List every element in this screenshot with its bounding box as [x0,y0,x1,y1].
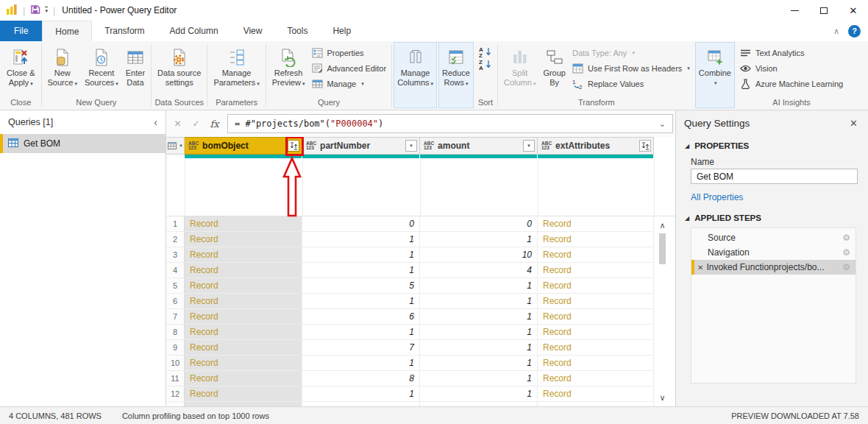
cell-partNumber[interactable]: 1 [302,263,420,278]
refresh-preview-button[interactable]: Refresh Preview▾ [269,43,308,96]
tab-home[interactable]: Home [42,21,92,41]
cell-extAttributes[interactable]: Record [538,356,654,371]
formula-cancel-icon[interactable]: ✕ [168,119,187,129]
select-all-corner-button[interactable]: ▾ [166,137,185,155]
cell-extAttributes[interactable]: Record [538,263,654,278]
group-by-button[interactable]: Group By [540,43,569,96]
manage-parameters-button[interactable]: Manage Parameters▾ [210,43,262,96]
row-number[interactable]: 6 [166,294,185,309]
row-number[interactable]: 7 [166,309,185,325]
cell-bomObject[interactable]: Record [185,232,302,247]
collapse-ribbon-icon[interactable]: ∧ [833,26,839,36]
row-number[interactable]: 11 [166,371,185,386]
filter-dropdown-icon[interactable]: ▾ [523,140,535,152]
row-number[interactable]: 10 [166,356,185,371]
properties-button[interactable]: Properties [309,45,388,60]
use-first-row-as-headers-button[interactable]: Use First Row as Headers ▾ [570,60,692,76]
all-properties-link[interactable]: All Properties [691,192,858,202]
cell-amount[interactable]: 1 [420,278,538,294]
row-number[interactable]: 8 [166,325,185,340]
data-source-settings-button[interactable]: Data source settings [154,43,204,96]
cell-partNumber[interactable]: 0 [302,216,420,232]
cell-bomObject[interactable]: Record [185,278,302,294]
new-source-button[interactable]: New Source▾ [45,43,80,96]
gear-icon[interactable]: ⚙ [842,262,850,272]
tab-help[interactable]: Help [320,21,363,41]
cell-extAttributes[interactable]: Record [538,386,654,402]
cell-amount[interactable]: 1 [420,386,538,402]
cell-bomObject[interactable]: Record [185,247,302,263]
cell-partNumber[interactable]: 1 [302,294,420,309]
applied-step[interactable]: Source⚙ [691,230,855,245]
column-header-amount[interactable]: ABC123amount▾ [420,137,538,155]
cell-extAttributes[interactable]: Record [538,216,654,232]
formula-accept-icon[interactable]: ✓ [187,119,205,129]
collapse-panel-icon[interactable]: ‹ [154,116,157,128]
help-button[interactable]: ? [848,25,861,38]
cell-amount[interactable]: 1 [420,309,538,325]
reduce-rows-button[interactable]: Reduce Rows▾ [439,43,473,107]
cell-amount[interactable]: 1 [420,232,538,247]
cell-amount[interactable]: 1 [420,340,538,356]
cell-extAttributes[interactable]: Record [538,340,654,356]
applied-steps-section-header[interactable]: ◢ APPLIED STEPS [685,213,858,222]
filter-dropdown-icon[interactable]: ▾ [405,140,417,152]
maximize-button[interactable] [809,0,839,21]
vertical-scrollbar[interactable]: ∧ ∨ [656,219,669,403]
sort-descending-button[interactable]: ZA [477,57,494,70]
cell-partNumber[interactable]: 1 [302,386,420,402]
cell-bomObject[interactable]: Record [185,325,302,340]
replace-values-button[interactable]: 12 Replace Values [570,76,692,91]
cell-extAttributes[interactable]: Record [538,294,654,309]
row-number[interactable]: 3 [166,247,185,263]
tab-view[interactable]: View [231,21,275,41]
row-number[interactable]: 9 [166,340,185,356]
advanced-editor-button[interactable]: Advanced Editor [309,60,388,76]
column-header-bomObject[interactable]: ABC123bomObject [185,137,302,155]
applied-step[interactable]: ✕Invoked Functionprojects/bo...⚙ [691,260,855,275]
cell-amount[interactable]: 1 [420,356,538,371]
formula-expand-icon[interactable]: ⌄ [659,119,666,129]
cell-bomObject[interactable]: Record [185,294,302,309]
scroll-up-icon[interactable]: ∧ [659,219,665,231]
manage-button[interactable]: Manage ▾ [309,76,388,91]
tab-transform[interactable]: Transform [92,21,157,41]
gear-icon[interactable]: ⚙ [842,247,850,258]
minimize-button[interactable] [780,0,809,21]
cell-amount[interactable]: 1 [420,325,538,340]
row-number[interactable]: 4 [166,263,185,278]
close-panel-icon[interactable]: ✕ [850,118,858,129]
query-name-input[interactable]: Get BOM [691,169,858,184]
cell-extAttributes[interactable]: Record [538,232,654,247]
cell-bomObject[interactable]: Record [185,386,302,402]
gear-icon[interactable]: ⚙ [842,233,850,243]
cell-partNumber[interactable]: 1 [302,325,420,340]
text-analytics-button[interactable]: Text Analytics [738,45,845,60]
cell-partNumber[interactable]: 8 [302,371,420,386]
cell-amount[interactable]: 1 [420,371,538,386]
vision-button[interactable]: Vision [738,60,845,76]
recent-sources-button[interactable]: Recent Sources▾ [82,43,121,96]
cell-bomObject[interactable]: Record [185,340,302,356]
cell-bomObject[interactable]: Record [185,309,302,325]
cell-extAttributes[interactable]: Record [538,247,654,263]
row-number[interactable]: 5 [166,278,185,294]
cell-amount[interactable]: 0 [420,216,538,232]
cell-partNumber[interactable]: 5 [302,278,420,294]
enter-data-button[interactable]: Enter Data [123,43,148,96]
sort-ascending-button[interactable]: AZ [477,45,494,57]
tab-tools[interactable]: Tools [274,21,320,41]
tab-file[interactable]: File [0,21,42,41]
cell-partNumber[interactable]: 1 [302,247,420,263]
properties-section-header[interactable]: ◢ PROPERTIES [685,141,858,150]
row-number[interactable]: 12 [166,386,185,402]
cell-partNumber[interactable]: 6 [302,309,420,325]
cell-bomObject[interactable]: Record [185,356,302,371]
expand-column-icon[interactable] [639,140,651,152]
row-number[interactable]: 2 [166,232,185,247]
cell-amount[interactable]: 10 [420,247,538,263]
applied-step[interactable]: Navigation⚙ [691,245,855,260]
close-and-apply-button[interactable]: Close & Apply▾ [4,43,38,96]
cell-partNumber[interactable]: 1 [302,356,420,371]
cell-bomObject[interactable]: Record [185,371,302,386]
